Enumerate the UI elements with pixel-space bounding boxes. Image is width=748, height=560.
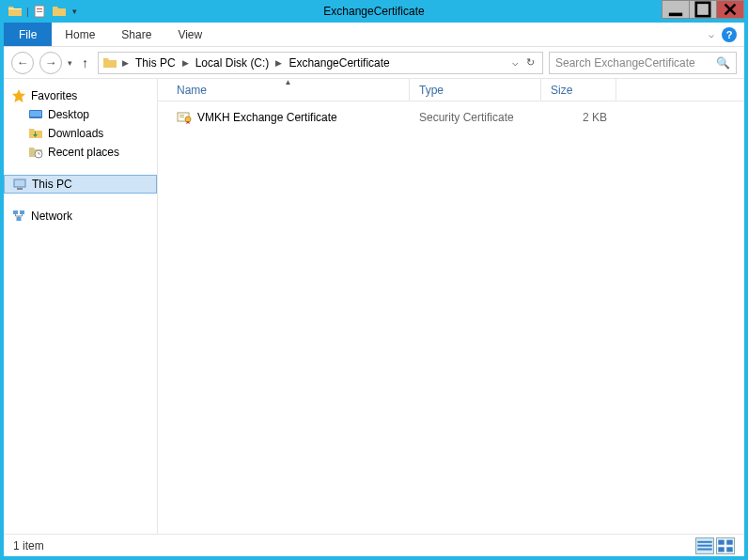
help-icon[interactable]: ?: [722, 27, 737, 42]
column-size[interactable]: Size: [541, 79, 616, 101]
svg-rect-9: [17, 188, 23, 190]
ribbon-file-tab[interactable]: File: [4, 23, 52, 46]
recent-icon: [28, 145, 43, 160]
svg-rect-8: [14, 179, 25, 187]
ribbon-expand-icon[interactable]: ⌵: [709, 29, 714, 39]
ribbon-tab-home[interactable]: Home: [52, 23, 108, 46]
history-dropdown-icon[interactable]: ▾: [68, 58, 72, 68]
column-type[interactable]: Type: [410, 79, 541, 101]
network-icon: [11, 209, 26, 224]
sidebar-item-desktop[interactable]: Desktop: [4, 105, 157, 124]
network-label: Network: [31, 210, 72, 223]
sort-asc-icon: ▲: [285, 78, 292, 86]
star-icon: [11, 88, 26, 103]
file-view: Name ▲ Type Size VMKH Exchange Certifica…: [158, 79, 744, 534]
maximize-button[interactable]: [689, 0, 717, 19]
thispc-label: This PC: [32, 178, 72, 191]
svg-rect-6: [30, 111, 41, 117]
svg-rect-22: [718, 547, 724, 552]
address-bar[interactable]: ▶ This PC ▶ Local Disk (C:) ▶ ExchangeCe…: [98, 52, 543, 74]
title-bar: | ▾ ExchangeCertificate: [4, 0, 744, 23]
downloads-icon: [28, 126, 43, 141]
computer-icon: [12, 177, 27, 192]
forward-button[interactable]: →: [39, 52, 62, 74]
search-icon: 🔍: [716, 56, 730, 70]
svg-rect-1: [37, 8, 42, 9]
svg-rect-10: [13, 210, 18, 214]
close-button[interactable]: [716, 0, 744, 19]
new-folder-icon[interactable]: [52, 4, 67, 19]
desktop-icon: [28, 107, 43, 122]
chevron-right-icon[interactable]: ▶: [179, 58, 192, 68]
breadcrumb-folder[interactable]: ExchangeCertificate: [287, 56, 391, 70]
svg-rect-15: [179, 117, 184, 117]
properties-icon[interactable]: [33, 4, 48, 19]
svg-rect-2: [37, 11, 42, 12]
item-count: 1 item: [13, 539, 44, 552]
file-row[interactable]: VMKH Exchange Certificate Security Certi…: [167, 107, 735, 128]
svg-rect-4: [696, 3, 709, 16]
svg-rect-17: [697, 540, 711, 542]
back-button[interactable]: ←: [11, 52, 34, 74]
favorites-label: Favorites: [31, 89, 77, 102]
search-input[interactable]: Search ExchangeCertificate 🔍: [549, 52, 737, 74]
file-type: Security Certificate: [410, 111, 541, 124]
svg-rect-19: [697, 548, 711, 550]
folder-icon: [8, 4, 23, 19]
desktop-label: Desktop: [48, 108, 89, 121]
qat-divider: |: [26, 6, 29, 17]
minimize-button[interactable]: [662, 0, 690, 19]
navigation-bar: ← → ▾ ↑ ▶ This PC ▶ Local Disk (C:) ▶ Ex…: [4, 47, 744, 79]
svg-rect-18: [697, 544, 711, 546]
file-name: VMKH Exchange Certificate: [197, 111, 337, 124]
thumbnails-view-button[interactable]: [716, 537, 735, 554]
ribbon-tab-share[interactable]: Share: [108, 23, 164, 46]
sidebar-favorites[interactable]: Favorites: [4, 86, 157, 105]
status-bar: 1 item: [4, 534, 744, 556]
refresh-icon[interactable]: ↻: [526, 56, 535, 69]
svg-rect-14: [179, 115, 184, 116]
navigation-pane: Favorites Desktop Downloads Recent place…: [4, 79, 158, 534]
file-size: 2 KB: [541, 111, 616, 124]
search-placeholder: Search ExchangeCertificate: [555, 56, 716, 70]
sidebar-thispc[interactable]: This PC: [4, 175, 157, 194]
window-title: ExchangeCertificate: [4, 5, 744, 18]
up-button[interactable]: ↑: [78, 55, 92, 70]
details-view-button[interactable]: [695, 537, 714, 554]
column-name[interactable]: Name ▲: [167, 79, 410, 101]
ribbon: File Home Share View ⌵ ?: [4, 23, 744, 47]
qat-dropdown-icon[interactable]: ▾: [70, 7, 79, 16]
svg-rect-23: [726, 547, 732, 552]
svg-rect-12: [17, 217, 22, 221]
sidebar-item-recent[interactable]: Recent places: [4, 143, 157, 162]
recent-label: Recent places: [48, 146, 119, 159]
svg-rect-21: [726, 539, 732, 544]
chevron-right-icon[interactable]: ▶: [119, 58, 132, 68]
address-dropdown-icon[interactable]: ⌵: [512, 56, 519, 69]
svg-rect-20: [718, 539, 724, 544]
svg-rect-11: [20, 210, 24, 214]
certificate-icon: [177, 110, 192, 125]
svg-rect-3: [669, 13, 682, 17]
breadcrumb-thispc[interactable]: This PC: [133, 56, 178, 70]
sidebar-network[interactable]: Network: [4, 207, 157, 226]
sidebar-item-downloads[interactable]: Downloads: [4, 124, 157, 143]
ribbon-tab-view[interactable]: View: [164, 23, 215, 46]
downloads-label: Downloads: [48, 127, 103, 140]
chevron-right-icon[interactable]: ▶: [273, 58, 285, 68]
address-folder-icon: [102, 55, 117, 70]
breadcrumb-drive[interactable]: Local Disk (C:): [194, 56, 272, 70]
column-headers: Name ▲ Type Size: [158, 79, 744, 101]
